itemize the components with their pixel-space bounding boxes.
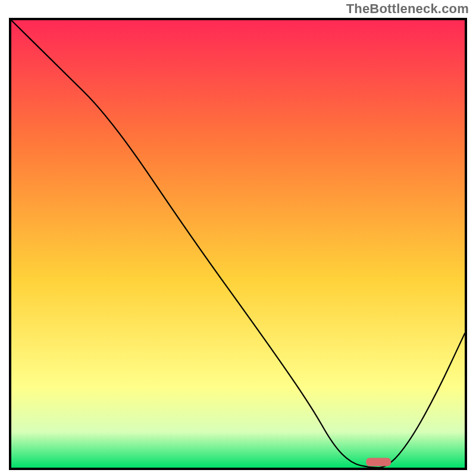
plot-frame [9,18,467,470]
chart-stage: TheBottleneck.com [0,0,476,476]
watermark-text: TheBottleneck.com [346,1,469,17]
plot-svg [11,20,465,468]
optimal-marker [366,458,391,466]
